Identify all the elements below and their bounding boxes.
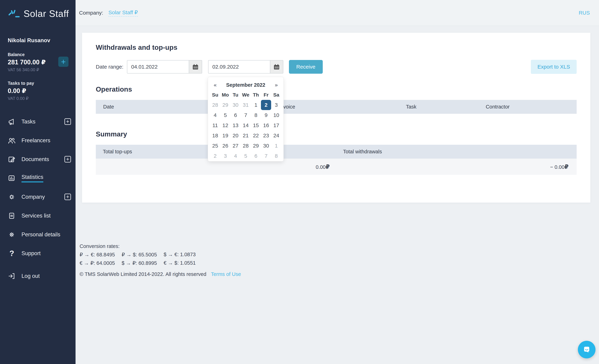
export-to-xls-button[interactable]: Export to XLS <box>531 60 577 74</box>
calendar-icon[interactable] <box>270 60 283 73</box>
date-to-input[interactable] <box>209 60 270 73</box>
calendar-day[interactable]: 8 <box>271 151 281 161</box>
calendar-day[interactable]: 10 <box>271 110 281 120</box>
calendar-day[interactable]: 4 <box>210 110 220 120</box>
receive-button[interactable]: Receive <box>289 60 323 74</box>
topbar: Company: Solar Staff ₽ RUS <box>76 0 599 26</box>
expand-plus-icon[interactable]: + <box>64 194 71 200</box>
calendar-weekdays: SuMoTuWeThFrSa <box>210 90 281 100</box>
sidebar-item-statistics[interactable]: Statistics <box>0 169 76 187</box>
app-logo[interactable]: Solar Staff <box>0 0 76 19</box>
calendar-day[interactable]: 29 <box>220 100 230 110</box>
company-selector[interactable]: Solar Staff ₽ <box>108 9 138 17</box>
calendar-day[interactable]: 15 <box>251 120 261 130</box>
summary-values-row: 0.00₽ − 0.00₽ <box>96 159 577 175</box>
calendar-day[interactable]: 7 <box>261 151 271 161</box>
calendar-day[interactable]: 6 <box>251 151 261 161</box>
calendar-day[interactable]: 11 <box>210 120 220 130</box>
solar-staff-logo-icon <box>7 8 20 19</box>
calendar-day[interactable]: 17 <box>271 120 281 130</box>
edit-document-icon <box>7 155 16 164</box>
calendar-day[interactable]: 28 <box>241 141 251 151</box>
balance-block: Balance 281 700.00 ₽ VAT 56 340.00 ₽ + <box>0 52 76 72</box>
sidebar-item-freelancers[interactable]: Freelancers <box>0 131 76 150</box>
calendar-day[interactable]: 14 <box>241 120 251 130</box>
logout-icon <box>7 272 16 280</box>
sidebar: Solar Staff Nikolai Rusanov Balance 281 … <box>0 0 76 364</box>
calendar-day[interactable]: 1 <box>251 100 261 110</box>
prev-month-button[interactable]: « <box>210 82 220 88</box>
calendar-weekday: We <box>241 90 251 100</box>
next-month-button[interactable]: » <box>271 82 281 88</box>
calendar-day[interactable]: 30 <box>230 100 241 110</box>
bar-chart-icon <box>7 174 16 183</box>
expand-plus-icon[interactable]: + <box>64 118 71 125</box>
calendar-day[interactable]: 5 <box>220 110 230 120</box>
calendar-day[interactable]: 30 <box>261 141 271 151</box>
calendar-day[interactable]: 20 <box>230 130 241 141</box>
calendar-day[interactable]: 18 <box>210 130 220 141</box>
calendar-day[interactable]: 31 <box>241 100 251 110</box>
top-up-button[interactable]: + <box>58 57 69 67</box>
calendar-day[interactable]: 3 <box>271 100 281 110</box>
sidebar-item-personal-details[interactable]: Personal details <box>0 225 76 244</box>
tasks-to-pay-label: Tasks to pay <box>8 81 68 86</box>
calendar-day[interactable]: 7 <box>241 110 251 120</box>
calendar-day[interactable]: 21 <box>241 130 251 141</box>
calendar-day[interactable]: 23 <box>261 130 271 141</box>
sidebar-item-support[interactable]: ? Support <box>0 244 76 263</box>
calendar-day[interactable]: 3 <box>220 151 230 161</box>
calendar-weekday: Fr <box>261 90 271 100</box>
terms-of-use-link[interactable]: Terms of Use <box>211 271 241 277</box>
tasks-to-pay-value: 0.00 ₽ <box>8 87 68 95</box>
calendar-day[interactable]: 28 <box>210 100 220 110</box>
calendar-day[interactable]: 2 <box>210 151 220 161</box>
calendar-day[interactable]: 8 <box>251 110 261 120</box>
calendar-day[interactable]: 16 <box>261 120 271 130</box>
tasks-to-pay-block: Tasks to pay 0.00 ₽ VAT 0.00 ₽ <box>0 81 76 101</box>
chat-bubble-icon <box>582 345 591 354</box>
calendar-icon[interactable] <box>189 60 202 73</box>
calendar-day[interactable]: 12 <box>220 120 230 130</box>
calendar-day[interactable]: 4 <box>230 151 241 161</box>
calendar-day[interactable]: 6 <box>230 110 241 120</box>
calendar-day[interactable]: 27 <box>230 141 241 151</box>
rate-item: $ → ₽: 60.8995 <box>122 260 157 266</box>
conversion-rates-row: ₽ → €: 68.8495 ₽ → $: 65.5005 $ → €: 1.0… <box>79 252 241 258</box>
sidebar-item-log-out[interactable]: Log out <box>0 267 76 285</box>
calendar-day[interactable]: 13 <box>230 120 241 130</box>
language-switcher[interactable]: RUS <box>579 10 590 16</box>
rate-item: € → ₽: 64.0005 <box>79 260 115 266</box>
document-icon <box>7 211 16 220</box>
calendar-weekday: Tu <box>230 90 241 100</box>
calendar-day[interactable]: 26 <box>220 141 230 151</box>
rate-item: € → $: 1.0551 <box>164 260 196 266</box>
expand-plus-icon[interactable]: + <box>64 156 71 162</box>
chat-launcher-button[interactable] <box>578 341 596 358</box>
column-header-invoice: Invoice <box>279 104 406 110</box>
sidebar-item-company[interactable]: Company + <box>0 187 76 206</box>
calendar-day[interactable]: 24 <box>271 130 281 141</box>
calendar-day[interactable]: 9 <box>261 110 271 120</box>
calendar-day[interactable]: 22 <box>251 130 261 141</box>
people-icon <box>7 136 16 145</box>
calendar-day[interactable]: 1 <box>271 141 281 151</box>
calendar-day[interactable]: 29 <box>251 141 261 151</box>
calendar-day[interactable]: 2 <box>261 100 271 110</box>
sidebar-item-documents[interactable]: Documents + <box>0 150 76 169</box>
date-range-row: Date range: <box>96 60 577 74</box>
calendar-grid: 2829303112345678910111213141516171819202… <box>210 100 281 161</box>
calendar-day[interactable]: 19 <box>220 130 230 141</box>
conversion-rates-title: Conversion rates: <box>79 243 241 249</box>
date-from-input[interactable] <box>127 60 189 73</box>
calendar-weekday: Th <box>251 90 261 100</box>
calendar-weekday: Su <box>210 90 220 100</box>
sidebar-item-services-list[interactable]: Services list <box>0 206 76 225</box>
operations-table-header: Date Invoice Task Contractor <box>96 100 577 114</box>
calendar-day[interactable]: 5 <box>241 151 251 161</box>
date-range-label: Date range: <box>96 64 127 70</box>
total-withdrawals-value: − 0.00₽ <box>333 163 577 170</box>
sidebar-item-tasks[interactable]: Tasks + <box>0 112 76 131</box>
column-header-contractor: Contractor <box>486 104 577 110</box>
calendar-day[interactable]: 25 <box>210 141 220 151</box>
